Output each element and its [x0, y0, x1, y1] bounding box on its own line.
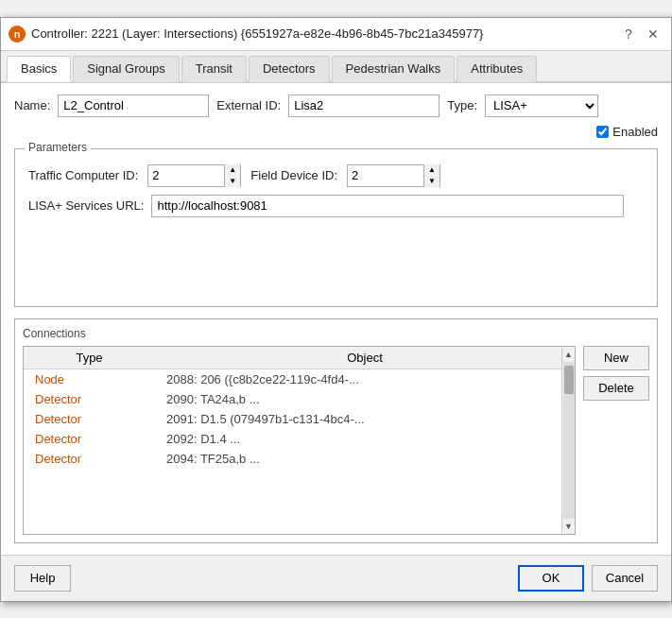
- row-type: Detector: [24, 389, 155, 409]
- field-device-id-label: Field Device ID:: [250, 168, 337, 182]
- row-type: Detector: [24, 429, 155, 449]
- app-icon: n: [9, 26, 26, 43]
- field-device-id-down[interactable]: ▼: [424, 176, 439, 187]
- tab-transit[interactable]: Transit: [181, 56, 247, 82]
- lisa-services-url-label: LISA+ Services URL:: [28, 198, 144, 213]
- connections-table-wrap: Type Object Node 2088: 206 ({c8b2ce22-11…: [23, 346, 576, 535]
- bottom-right: OK Cancel: [518, 565, 658, 592]
- bottom-bar: Help OK Cancel: [1, 555, 671, 601]
- field-device-id-input[interactable]: [348, 165, 423, 186]
- enabled-label: Enabled: [612, 125, 658, 139]
- main-window: n Controller: 2221 (Layer: Intersections…: [0, 17, 672, 602]
- tab-basics[interactable]: Basics: [7, 56, 71, 82]
- type-select[interactable]: LISA+ Other: [485, 94, 598, 117]
- parameters-title: Parameters: [25, 141, 91, 154]
- row-object: 2092: D1.4 ...: [155, 429, 575, 449]
- scroll-down-arrow[interactable]: ▼: [562, 520, 575, 533]
- connections-table: Type Object Node 2088: 206 ({c8b2ce22-11…: [24, 347, 575, 469]
- enabled-checkbox[interactable]: [596, 126, 609, 138]
- traffic-computer-id-down[interactable]: ▼: [225, 176, 240, 187]
- traffic-computer-id-spin-buttons: ▲ ▼: [224, 164, 240, 187]
- new-button[interactable]: New: [583, 346, 649, 370]
- table-row[interactable]: Detector 2090: TA24a,b ...: [24, 389, 575, 409]
- title-bar-left: n Controller: 2221 (Layer: Intersections…: [9, 26, 483, 43]
- connections-title: Connections: [23, 327, 649, 340]
- connections-buttons: New Delete: [583, 346, 649, 535]
- params-empty-area: [28, 217, 644, 293]
- table-row[interactable]: Detector 2091: D1.5 (079497b1-c131-4bc4-…: [24, 409, 575, 429]
- table-row[interactable]: Node 2088: 206 ({c8b2ce22-119c-4fd4-...: [24, 369, 575, 389]
- connections-scrollbar[interactable]: ▲ ▼: [561, 347, 575, 534]
- tab-bar: Basics Signal Groups Transit Detectors P…: [1, 51, 671, 83]
- row-type: Detector: [24, 449, 155, 469]
- row-object: 2094: TF25a,b ...: [155, 449, 575, 469]
- col-object: Object: [155, 347, 575, 369]
- col-type: Type: [24, 347, 155, 369]
- title-bar: n Controller: 2221 (Layer: Intersections…: [1, 18, 671, 51]
- connections-inner: Type Object Node 2088: 206 ({c8b2ce22-11…: [23, 346, 649, 535]
- close-button[interactable]: ✕: [643, 24, 663, 44]
- window-title: Controller: 2221 (Layer: Intersections) …: [31, 26, 483, 41]
- main-content: Name: External ID: Type: LISA+ Other Ena…: [1, 83, 671, 555]
- lisa-services-url-input[interactable]: [151, 195, 624, 217]
- row-type: Detector: [24, 409, 155, 429]
- enabled-row: Enabled: [14, 125, 658, 139]
- help-button[interactable]: Help: [14, 565, 71, 592]
- cancel-button[interactable]: Cancel: [592, 565, 658, 592]
- traffic-computer-id-up[interactable]: ▲: [225, 164, 240, 176]
- row-object: 2091: D1.5 (079497b1-c131-4bc4-...: [155, 409, 575, 429]
- traffic-computer-id-spinner: ▲ ▼: [147, 164, 241, 187]
- ok-button[interactable]: OK: [518, 565, 584, 592]
- tab-signal-groups[interactable]: Signal Groups: [73, 56, 179, 82]
- params-row: Traffic Computer ID: ▲ ▼ Field Device ID…: [28, 164, 644, 187]
- field-device-id-spinner: ▲ ▼: [347, 164, 440, 187]
- delete-button[interactable]: Delete: [583, 376, 649, 401]
- table-row[interactable]: Detector 2094: TF25a,b ...: [24, 449, 575, 469]
- name-input[interactable]: [58, 94, 209, 117]
- tab-attributes[interactable]: Attributes: [457, 56, 537, 82]
- name-row: Name: External ID: Type: LISA+ Other: [14, 94, 658, 117]
- traffic-computer-id-input[interactable]: [148, 165, 224, 186]
- type-label: Type:: [447, 98, 477, 112]
- field-device-id-spin-buttons: ▲ ▼: [423, 164, 439, 187]
- tab-pedestrian-walks[interactable]: Pedestrian Walks: [332, 56, 456, 82]
- help-title-button[interactable]: ?: [618, 24, 639, 44]
- external-id-input[interactable]: [288, 94, 439, 117]
- tab-detectors[interactable]: Detectors: [249, 56, 330, 82]
- connections-section: Connections Type Object Node: [14, 318, 658, 543]
- title-bar-buttons: ? ✕: [618, 24, 663, 44]
- scroll-track[interactable]: [563, 362, 575, 519]
- external-id-label: External ID:: [216, 98, 281, 112]
- table-row[interactable]: Detector 2092: D1.4 ...: [24, 429, 575, 449]
- traffic-computer-id-label: Traffic Computer ID:: [28, 168, 138, 182]
- scroll-thumb: [564, 366, 574, 394]
- row-object: 2090: TA24a,b ...: [155, 389, 575, 409]
- parameters-group: Parameters Traffic Computer ID: ▲ ▼ Fiel…: [14, 148, 658, 307]
- row-object: 2088: 206 ({c8b2ce22-119c-4fd4-...: [155, 369, 575, 389]
- scroll-up-arrow[interactable]: ▲: [562, 348, 575, 361]
- name-label: Name:: [14, 98, 50, 112]
- field-device-id-up[interactable]: ▲: [424, 164, 439, 176]
- url-row: LISA+ Services URL:: [28, 195, 644, 217]
- row-type: Node: [24, 369, 155, 389]
